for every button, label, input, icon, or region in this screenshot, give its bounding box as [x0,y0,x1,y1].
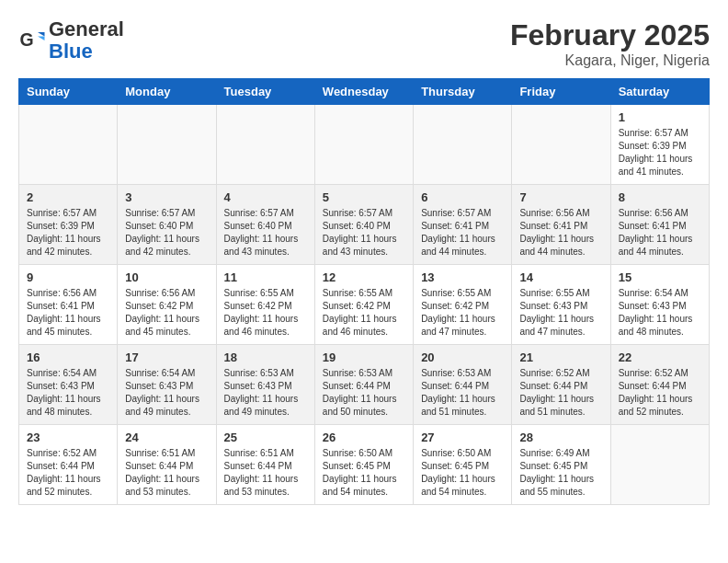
calendar-week-row: 2Sunrise: 6:57 AMSunset: 6:39 PMDaylight… [19,185,710,265]
page-subtitle: Kagara, Niger, Nigeria [510,52,710,69]
day-info: Sunrise: 6:56 AMSunset: 6:41 PMDaylight:… [619,207,701,259]
calendar-cell: 17Sunrise: 6:54 AMSunset: 6:43 PMDayligh… [118,345,216,425]
logo-icon: G [18,27,46,54]
day-info: Sunrise: 6:57 AMSunset: 6:40 PMDaylight:… [323,207,405,259]
day-info: Sunrise: 6:49 AMSunset: 6:45 PMDaylight:… [519,447,602,499]
day-info: Sunrise: 6:55 AMSunset: 6:43 PMDaylight:… [519,287,602,339]
calendar-cell: 14Sunrise: 6:55 AMSunset: 6:43 PMDayligh… [512,265,610,345]
calendar-cell [314,105,413,185]
day-header-monday: Monday [118,79,216,105]
calendar-cell: 2Sunrise: 6:57 AMSunset: 6:39 PMDaylight… [19,185,118,265]
calendar-cell: 8Sunrise: 6:56 AMSunset: 6:41 PMDaylight… [610,185,709,265]
day-info: Sunrise: 6:56 AMSunset: 6:41 PMDaylight:… [27,287,109,339]
day-info: Sunrise: 6:51 AMSunset: 6:44 PMDaylight:… [224,447,307,499]
calendar-cell: 26Sunrise: 6:50 AMSunset: 6:45 PMDayligh… [314,425,413,505]
day-number: 20 [421,350,504,364]
day-info: Sunrise: 6:57 AMSunset: 6:39 PMDaylight:… [619,127,701,178]
calendar-week-row: 23Sunrise: 6:52 AMSunset: 6:44 PMDayligh… [19,425,710,505]
svg-text:G: G [20,29,34,50]
calendar-week-row: 9Sunrise: 6:56 AMSunset: 6:41 PMDaylight… [19,265,710,345]
calendar-cell: 13Sunrise: 6:55 AMSunset: 6:42 PMDayligh… [414,265,512,345]
day-number: 6 [421,190,504,204]
day-info: Sunrise: 6:57 AMSunset: 6:39 PMDaylight:… [27,207,109,259]
calendar-cell: 23Sunrise: 6:52 AMSunset: 6:44 PMDayligh… [19,425,118,505]
calendar-cell [118,105,216,185]
day-info: Sunrise: 6:51 AMSunset: 6:44 PMDaylight:… [125,447,208,499]
day-info: Sunrise: 6:56 AMSunset: 6:41 PMDaylight:… [519,207,602,259]
day-info: Sunrise: 6:54 AMSunset: 6:43 PMDaylight:… [125,367,208,419]
day-info: Sunrise: 6:57 AMSunset: 6:41 PMDaylight:… [421,207,504,259]
day-info: Sunrise: 6:53 AMSunset: 6:44 PMDaylight:… [323,367,405,419]
calendar-cell: 18Sunrise: 6:53 AMSunset: 6:43 PMDayligh… [216,345,314,425]
day-info: Sunrise: 6:52 AMSunset: 6:44 PMDaylight:… [519,367,602,419]
page-header: G General Blue February 2025 Kagara, Nig… [18,18,710,69]
day-number: 13 [421,270,504,284]
calendar-table: SundayMondayTuesdayWednesdayThursdayFrid… [18,78,710,505]
calendar-cell [19,105,118,185]
day-number: 8 [619,190,701,204]
day-info: Sunrise: 6:57 AMSunset: 6:40 PMDaylight:… [125,207,208,259]
day-number: 23 [27,431,109,444]
day-number: 19 [323,350,405,364]
day-info: Sunrise: 6:53 AMSunset: 6:44 PMDaylight:… [421,367,504,419]
day-info: Sunrise: 6:54 AMSunset: 6:43 PMDaylight:… [27,367,109,419]
day-info: Sunrise: 6:55 AMSunset: 6:42 PMDaylight:… [224,287,307,339]
calendar-cell: 20Sunrise: 6:53 AMSunset: 6:44 PMDayligh… [414,345,512,425]
calendar-cell: 3Sunrise: 6:57 AMSunset: 6:40 PMDaylight… [118,185,216,265]
day-number: 25 [224,431,307,444]
calendar-cell: 9Sunrise: 6:56 AMSunset: 6:41 PMDaylight… [19,265,118,345]
calendar-cell: 10Sunrise: 6:56 AMSunset: 6:42 PMDayligh… [118,265,216,345]
day-number: 2 [27,190,109,204]
calendar-cell: 15Sunrise: 6:54 AMSunset: 6:43 PMDayligh… [610,265,709,345]
day-number: 14 [519,270,602,284]
svg-marker-1 [38,32,45,37]
day-header-friday: Friday [512,79,610,105]
calendar-cell: 7Sunrise: 6:56 AMSunset: 6:41 PMDaylight… [512,185,610,265]
calendar-cell [512,105,610,185]
calendar-header-row: SundayMondayTuesdayWednesdayThursdayFrid… [19,79,710,105]
day-number: 17 [125,350,208,364]
day-number: 11 [224,270,307,284]
day-info: Sunrise: 6:52 AMSunset: 6:44 PMDaylight:… [619,367,701,419]
day-header-wednesday: Wednesday [314,79,413,105]
day-number: 26 [323,431,405,444]
day-header-sunday: Sunday [19,79,118,105]
day-info: Sunrise: 6:53 AMSunset: 6:43 PMDaylight:… [224,367,307,419]
calendar-cell: 1Sunrise: 6:57 AMSunset: 6:39 PMDaylight… [610,105,709,185]
calendar-cell [610,425,709,505]
day-info: Sunrise: 6:55 AMSunset: 6:42 PMDaylight:… [421,287,504,339]
day-number: 22 [619,350,701,364]
day-info: Sunrise: 6:56 AMSunset: 6:42 PMDaylight:… [125,287,208,339]
day-info: Sunrise: 6:57 AMSunset: 6:40 PMDaylight:… [224,207,307,259]
calendar-cell: 28Sunrise: 6:49 AMSunset: 6:45 PMDayligh… [512,425,610,505]
day-number: 15 [619,270,701,284]
day-number: 5 [323,190,405,204]
calendar-cell [414,105,512,185]
calendar-cell: 4Sunrise: 6:57 AMSunset: 6:40 PMDaylight… [216,185,314,265]
page-title: February 2025 [510,18,710,52]
day-number: 4 [224,190,307,204]
day-info: Sunrise: 6:54 AMSunset: 6:43 PMDaylight:… [619,287,701,339]
calendar-cell: 21Sunrise: 6:52 AMSunset: 6:44 PMDayligh… [512,345,610,425]
day-number: 18 [224,350,307,364]
day-number: 9 [27,270,109,284]
day-info: Sunrise: 6:50 AMSunset: 6:45 PMDaylight:… [421,447,504,499]
calendar-cell: 12Sunrise: 6:55 AMSunset: 6:42 PMDayligh… [314,265,413,345]
calendar-cell [216,105,314,185]
day-info: Sunrise: 6:52 AMSunset: 6:44 PMDaylight:… [27,447,109,499]
day-number: 24 [125,431,208,444]
day-number: 10 [125,270,208,284]
svg-marker-2 [38,37,45,41]
logo-text: General Blue [49,18,124,63]
day-number: 1 [619,110,701,124]
day-number: 21 [519,350,602,364]
calendar-cell: 25Sunrise: 6:51 AMSunset: 6:44 PMDayligh… [216,425,314,505]
day-number: 28 [519,431,602,444]
calendar-week-row: 16Sunrise: 6:54 AMSunset: 6:43 PMDayligh… [19,345,710,425]
day-number: 12 [323,270,405,284]
calendar-cell: 16Sunrise: 6:54 AMSunset: 6:43 PMDayligh… [19,345,118,425]
day-header-saturday: Saturday [610,79,709,105]
calendar-cell: 6Sunrise: 6:57 AMSunset: 6:41 PMDaylight… [414,185,512,265]
day-info: Sunrise: 6:50 AMSunset: 6:45 PMDaylight:… [323,447,405,499]
day-info: Sunrise: 6:55 AMSunset: 6:42 PMDaylight:… [323,287,405,339]
